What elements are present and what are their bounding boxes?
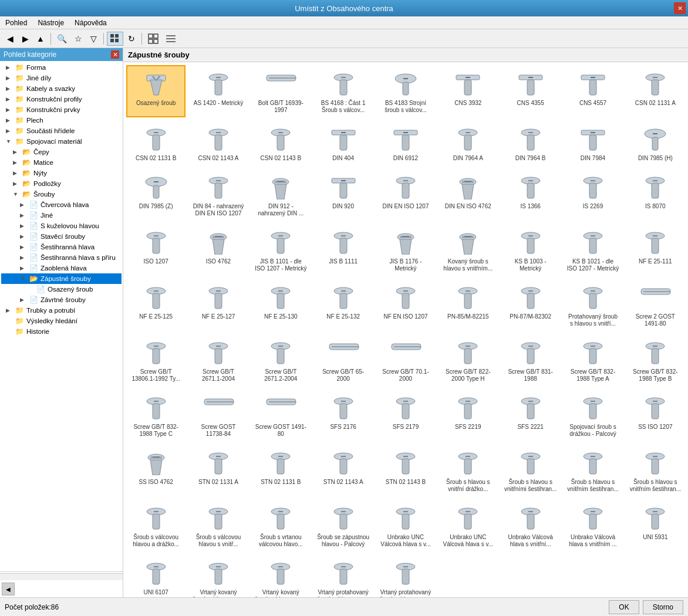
- grid-item[interactable]: Screw GOST 11738-84: [188, 389, 248, 441]
- tree-item[interactable]: ▼ 📂 Šrouby: [1, 189, 122, 199]
- grid-item[interactable]: CSN 02 1143 A: [188, 120, 248, 165]
- nav-left-button[interactable]: ◀: [2, 583, 15, 595]
- tree-item[interactable]: ▶ 📂 Čepy: [1, 147, 122, 157]
- grid-item[interactable]: CSN 02 1143 B: [251, 120, 311, 165]
- tree-item[interactable]: ▶ 📁 Forma: [1, 62, 122, 73]
- grid-item[interactable]: STN 02 1143 A: [313, 444, 373, 496]
- cancel-button[interactable]: Storno: [643, 600, 683, 614]
- grid-item[interactable]: PN-85/M-82215: [439, 279, 498, 331]
- grid-item[interactable]: DIN 7984: [563, 120, 622, 165]
- filter-button[interactable]: ▽: [86, 32, 100, 46]
- grid-item[interactable]: NF E 25-130: [251, 279, 311, 331]
- grid-item[interactable]: STN 02 1143 B: [376, 444, 435, 496]
- grid-item[interactable]: CNS 4355: [501, 65, 560, 117]
- forward-button[interactable]: ▶: [18, 32, 32, 46]
- grid-item[interactable]: DIN 7964 A: [439, 120, 498, 165]
- list-view-button[interactable]: [163, 32, 179, 46]
- tree-item[interactable]: ▶ 📁 Konstrukční prvky: [1, 104, 122, 115]
- tree-item[interactable]: ▶ 📁 Kabely a svazky: [1, 83, 122, 94]
- tree-container[interactable]: ▶ 📁 Forma ▶ 📁 Jiné díly ▶ 📁 Kabely a sva…: [0, 61, 123, 571]
- grid-item[interactable]: JIS B 1176 - Metrický: [376, 224, 435, 276]
- tree-item[interactable]: 📁 Výsledky hledání: [1, 316, 122, 326]
- grid-item[interactable]: DIN 404: [313, 120, 373, 165]
- grid-item[interactable]: DIN 6912: [376, 120, 435, 165]
- grid-item[interactable]: ISO 1207: [126, 224, 186, 276]
- tree-item[interactable]: ▶ 📂 Podložky: [1, 178, 122, 189]
- menu-napoveda[interactable]: Nápověda: [72, 18, 109, 28]
- grid-item[interactable]: Protahovaný šroub s hlavou s vnitří...: [563, 279, 622, 331]
- grid-item[interactable]: Screw GB/T 2671.2-2004: [251, 334, 311, 386]
- grid-item[interactable]: BS 4183 Strojní šroub s válcov...: [376, 65, 435, 117]
- up-button[interactable]: ▲: [33, 32, 48, 46]
- grid-item[interactable]: NF E 25-132: [313, 279, 373, 331]
- grid-item[interactable]: Screw GB/T 13806.1-1992 Ty...: [126, 334, 186, 386]
- grid-item[interactable]: DIN 912 - nahrazený DIN ...: [251, 168, 311, 221]
- tree-item[interactable]: 📁 Historie: [1, 326, 122, 337]
- tree-item[interactable]: ▶ 📄 S kuželovou hlavou: [1, 221, 122, 231]
- grid-item[interactable]: STN 02 1131 A: [188, 444, 248, 496]
- grid-item[interactable]: Šroub s hlavou s vnitřní drážko...: [439, 444, 498, 496]
- grid-item[interactable]: BS 4168 : Část 1 Šroub s válcov...: [313, 65, 373, 117]
- tree-item[interactable]: ▶ 📄 Šestihranná hlava s příru: [1, 252, 122, 263]
- grid-item[interactable]: IS 2269: [563, 168, 622, 221]
- tree-item[interactable]: ▶ 📄 Zaoblená hlava: [1, 263, 122, 273]
- tree-item[interactable]: ▶ 📁 Konstrukční profily: [1, 94, 122, 104]
- grid-item[interactable]: NF EN ISO 1207: [376, 279, 435, 331]
- grid-item[interactable]: AS 1420 - Metrický: [188, 65, 248, 117]
- grid-item[interactable]: IS 8070: [626, 168, 685, 221]
- grid-item[interactable]: DIN 7985 (Z): [126, 168, 186, 221]
- grid-item[interactable]: SFS 2219: [439, 389, 498, 441]
- grid-item[interactable]: Bolt GB/T 16939-1997: [251, 65, 311, 117]
- tree-item[interactable]: ▶ 📂 Matice: [1, 157, 122, 168]
- grid-item[interactable]: KS B 1021 - dle ISO 1207 - Metrický: [563, 224, 622, 276]
- grid-item[interactable]: Spojovací šroub s drážkou - Palcový: [563, 389, 622, 441]
- grid-item[interactable]: Unbrako UNC Válcová hlava s v...: [376, 499, 435, 551]
- menu-nastroje[interactable]: Nástroje: [35, 18, 66, 28]
- grid-item[interactable]: Vrtaný protahovaný šroub s hlavou s v...: [313, 554, 373, 597]
- grid-item[interactable]: Šroub se zápustnou hlavou - Palcový: [313, 499, 373, 551]
- grid-container[interactable]: Osazený šroub AS 1420 - Metrický Bolt GB…: [123, 62, 688, 597]
- grid-item[interactable]: Vrtaný kovaný šroub s hlavou s v...: [251, 554, 311, 597]
- panel-close-button[interactable]: ✕: [111, 50, 119, 59]
- grid-item[interactable]: Screw GB/T 65-2000: [313, 334, 373, 386]
- grid-item[interactable]: Osazený šroub: [126, 65, 186, 117]
- grid-item[interactable]: Šroub s válcovou hlavou a drážko...: [126, 499, 186, 551]
- window-close-button[interactable]: ✕: [674, 2, 686, 14]
- grid-item[interactable]: Screw GOST 1491-80: [251, 389, 311, 441]
- tree-item[interactable]: 📄 Osazený šroub: [1, 284, 122, 295]
- grid-item[interactable]: Šroub s válcovou hlavou s vnitř...: [188, 499, 248, 551]
- grid-item[interactable]: Screw GB/T 2671.1-2004: [188, 334, 248, 386]
- grid-item[interactable]: Unbrako Válcová hlava s vnitřní...: [501, 499, 560, 551]
- tree-item[interactable]: ▼ 📁 Spojovací materiál: [1, 136, 122, 147]
- grid-item[interactable]: Šroub s hlavou s vnitřním šestihran...: [563, 444, 622, 496]
- grid-item[interactable]: ISO 4762: [188, 224, 248, 276]
- grid-item[interactable]: Screw GB/T 70.1-2000: [376, 334, 435, 386]
- grid-item[interactable]: PN-87/M-82302: [501, 279, 560, 331]
- tree-item[interactable]: ▶ 📄 Stavěcí šrouby: [1, 231, 122, 242]
- grid-item[interactable]: CNS 4557: [563, 65, 622, 117]
- grid-item[interactable]: CSN 02 1131 A: [626, 65, 685, 117]
- tree-item[interactable]: ▶ 📂 Nýty: [1, 168, 122, 178]
- grid-item[interactable]: NF E 25-125: [126, 279, 186, 331]
- grid-item[interactable]: Šroub s hlavou s vnitřním šestihran...: [626, 444, 685, 496]
- grid-item[interactable]: UNI 5931: [626, 499, 685, 551]
- grid-item[interactable]: SFS 2221: [501, 389, 560, 441]
- grid-item[interactable]: SFS 2176: [313, 389, 373, 441]
- grid-item[interactable]: STN 02 1131 B: [251, 444, 311, 496]
- tree-item[interactable]: ▶ 📄 Závrtné šrouby: [1, 295, 122, 305]
- tree-item[interactable]: ▶ 📄 Čtvercová hlava: [1, 199, 122, 210]
- tree-item[interactable]: ▶ 📄 Jiné: [1, 210, 122, 221]
- grid-item[interactable]: NF E 25-111: [626, 224, 685, 276]
- refresh-button[interactable]: ↻: [124, 32, 139, 46]
- grid-item[interactable]: Screw GB/T 832-1988 Type A: [563, 334, 622, 386]
- ok-button[interactable]: OK: [609, 600, 639, 614]
- grid-item[interactable]: Šroub s hlavou s vnitřními šestihran...: [501, 444, 560, 496]
- view-mode-button[interactable]: [107, 32, 123, 46]
- back-button[interactable]: ◀: [3, 32, 17, 46]
- grid-item[interactable]: Vrtaný protahovaný šroub s hlavou s v...: [376, 554, 435, 597]
- grid-item[interactable]: CNS 3932: [439, 65, 498, 117]
- grid-item[interactable]: UNI 6107: [126, 554, 186, 597]
- grid-item[interactable]: DIN 7985 (H): [626, 120, 685, 165]
- menu-pohled[interactable]: Pohled: [3, 18, 29, 28]
- grid-item[interactable]: IS 1366: [501, 168, 560, 221]
